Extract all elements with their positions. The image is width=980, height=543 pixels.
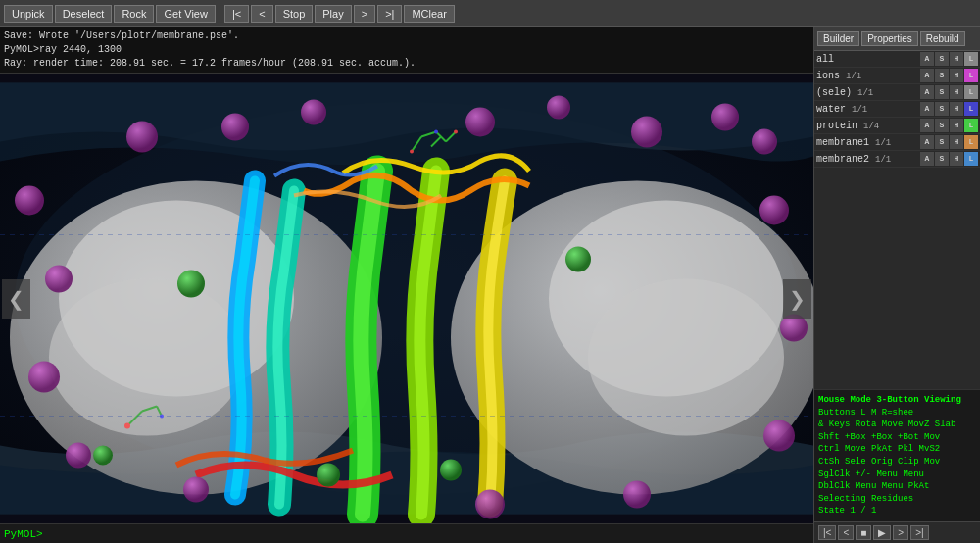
obj-btn-A-water[interactable]: A: [920, 102, 934, 116]
object-row-ions[interactable]: ions 1/1 A S H L: [814, 68, 980, 84]
get-view-button[interactable]: Get View: [156, 5, 215, 23]
main-area: Save: Wrote '/Users/plotr/membrane.pse'.…: [0, 27, 980, 543]
object-buttons-protein: A S H L: [920, 119, 978, 132]
right-toolbar1: Builder Properties Rebuild: [814, 27, 980, 51]
obj-btn-L-sele[interactable]: L: [964, 85, 978, 99]
obj-btn-A-membrane1[interactable]: A: [920, 135, 934, 149]
viewport-panel: Save: Wrote '/Users/plotr/membrane.pse'.…: [0, 27, 813, 543]
svg-point-25: [45, 266, 73, 293]
svg-point-32: [475, 490, 505, 519]
obj-btn-A-all[interactable]: A: [920, 52, 934, 66]
obj-btn-L-all[interactable]: L: [964, 52, 978, 66]
mouse-mode-line2: & Keys Rota Move MovZ Slab: [818, 419, 976, 431]
nav-stop[interactable]: ■: [856, 525, 871, 540]
mouse-mode-line7: DblClk Menu Menu PkAt: [818, 480, 976, 493]
nav-rewind[interactable]: |<: [818, 525, 836, 540]
mclear-button[interactable]: MClear: [404, 5, 454, 23]
obj-btn-A-membrane2[interactable]: A: [920, 152, 934, 166]
svg-point-23: [752, 129, 777, 155]
obj-btn-L-membrane1[interactable]: L: [964, 135, 978, 149]
pymol-prompt: PyMOL>: [4, 528, 43, 540]
svg-point-21: [631, 117, 662, 148]
obj-btn-H-membrane2[interactable]: H: [950, 152, 963, 166]
object-buttons-water: A S H L: [920, 102, 978, 116]
obj-btn-S-water[interactable]: S: [935, 102, 949, 116]
nav-play[interactable]: ▶: [873, 525, 891, 540]
object-buttons-membrane2: A S H L: [920, 152, 978, 166]
unpick-button[interactable]: Unpick: [4, 5, 53, 23]
mouse-mode-line5: CtSh Sele Orig Clip Mov: [818, 456, 976, 469]
separator: [220, 5, 220, 23]
properties-button[interactable]: Properties: [861, 31, 918, 46]
stop-button[interactable]: Stop: [275, 5, 314, 23]
obj-btn-H-sele[interactable]: H: [950, 85, 963, 99]
log-area: Save: Wrote '/Users/plotr/membrane.pse'.…: [0, 27, 813, 74]
command-line[interactable]: PyMOL>: [0, 523, 813, 543]
object-row-protein[interactable]: protein 1/4 A S H L: [814, 118, 980, 134]
object-name-protein: protein 1/4: [816, 121, 920, 131]
obj-btn-S-sele[interactable]: S: [935, 85, 949, 99]
obj-btn-H-all[interactable]: H: [950, 52, 963, 66]
bottom-nav: |< < ■ ▶ > >|: [814, 521, 980, 543]
object-name-water: water 1/1: [816, 104, 920, 115]
object-row-all[interactable]: all A S H L: [814, 51, 980, 68]
obj-btn-H-membrane1[interactable]: H: [950, 135, 963, 149]
right-panel: Builder Properties Rebuild all A S H L i…: [813, 27, 980, 543]
rock-button[interactable]: Rock: [114, 5, 154, 23]
obj-btn-H-ions[interactable]: H: [950, 69, 963, 82]
obj-btn-L-water[interactable]: L: [964, 102, 978, 116]
svg-point-13: [410, 150, 414, 154]
builder-button[interactable]: Builder: [817, 31, 859, 46]
mouse-mode-line3: Shft +Box +Box +Bot Mov: [818, 431, 976, 444]
svg-point-15: [454, 130, 458, 134]
rewind-button[interactable]: |<: [224, 5, 249, 23]
object-row-membrane2[interactable]: membrane2 1/1 A S H L: [814, 151, 980, 168]
obj-btn-H-protein[interactable]: H: [950, 119, 963, 132]
obj-btn-L-membrane2[interactable]: L: [964, 152, 978, 166]
obj-btn-A-sele[interactable]: A: [920, 85, 934, 99]
object-name-membrane2: membrane2 1/1: [816, 154, 920, 165]
object-list: all A S H L ions 1/1 A S H L: [814, 51, 980, 389]
deselect-button[interactable]: Deselect: [55, 5, 113, 23]
svg-point-16: [126, 122, 158, 153]
object-name-membrane1: membrane1 1/1: [816, 137, 920, 148]
object-row-sele[interactable]: (sele) 1/1 A S H L: [814, 84, 980, 101]
obj-btn-A-protein[interactable]: A: [920, 119, 934, 132]
object-row-membrane1[interactable]: membrane1 1/1 A S H L: [814, 134, 980, 151]
command-input[interactable]: [43, 527, 809, 540]
svg-point-24: [15, 186, 44, 216]
nav-next[interactable]: >: [893, 525, 908, 540]
nav-prev[interactable]: <: [838, 525, 854, 540]
svg-point-38: [93, 446, 113, 466]
viewport-3d[interactable]: ❮ ❯: [0, 74, 813, 523]
next-frame-arrow[interactable]: ❯: [783, 279, 811, 319]
object-buttons-membrane1: A S H L: [920, 135, 978, 149]
log-line1: Save: Wrote '/Users/plotr/membrane.pse'.: [4, 29, 809, 43]
mouse-mode-panel: Mouse Mode 3-Button Viewing Buttons L M …: [814, 389, 980, 521]
prev-button[interactable]: <: [251, 5, 272, 23]
log-line3: Ray: render time: 208.91 sec. = 17.2 fra…: [4, 57, 809, 71]
obj-btn-S-all[interactable]: S: [935, 52, 949, 66]
obj-btn-S-ions[interactable]: S: [935, 69, 949, 82]
obj-btn-H-water[interactable]: H: [950, 102, 963, 116]
obj-btn-A-ions[interactable]: A: [920, 69, 934, 82]
svg-point-29: [780, 315, 808, 342]
obj-btn-L-protein[interactable]: L: [964, 119, 978, 132]
prev-frame-arrow[interactable]: ❮: [2, 279, 30, 319]
obj-btn-S-membrane1[interactable]: S: [935, 135, 949, 149]
rebuild-button[interactable]: Rebuild: [920, 31, 965, 46]
svg-point-20: [547, 96, 570, 120]
play-button[interactable]: Play: [315, 5, 351, 23]
object-row-water[interactable]: water 1/1 A S H L: [814, 101, 980, 118]
next-button[interactable]: >: [354, 5, 375, 23]
svg-point-36: [317, 464, 340, 487]
obj-btn-L-ions[interactable]: L: [964, 69, 978, 82]
object-name-sele: (sele) 1/1: [816, 87, 920, 98]
svg-point-31: [183, 477, 209, 503]
obj-btn-S-protein[interactable]: S: [935, 119, 949, 132]
obj-btn-S-membrane2[interactable]: S: [935, 152, 949, 166]
nav-last[interactable]: >|: [910, 525, 928, 540]
object-buttons-all: A S H L: [920, 52, 978, 66]
last-button[interactable]: >|: [377, 5, 402, 23]
svg-point-18: [301, 100, 326, 125]
